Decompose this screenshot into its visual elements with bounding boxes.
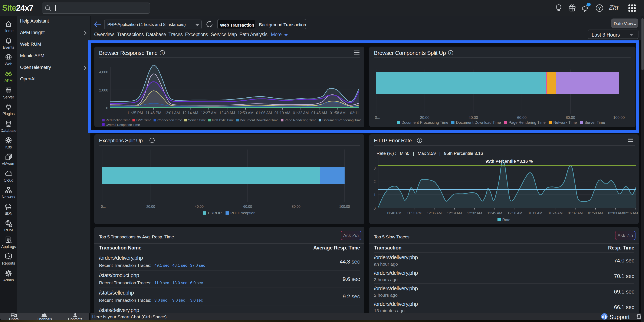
svg-text:12:53 AM: 12:53 AM xyxy=(238,111,254,115)
svg-text:01:06 AM: 01:06 AM xyxy=(256,111,272,115)
svg-text:01:50 AM: 01:50 AM xyxy=(588,211,603,215)
svg-text:60.00: 60.00 xyxy=(243,205,252,208)
svg-text:02:11 ..: 02:11 .. xyxy=(350,111,362,115)
svg-text:12:27 AM: 12:27 AM xyxy=(201,111,216,115)
svg-text:4,000: 4,000 xyxy=(99,70,108,74)
svg-text:100.00: 100.00 xyxy=(613,116,625,120)
svg-text:12:19 AM: 12:19 AM xyxy=(447,211,462,215)
svg-text:11:48 PM: 11:48 PM xyxy=(146,111,162,115)
svg-text:01:32 AM: 01:32 AM xyxy=(293,111,309,115)
svg-text:95th Percentile =3.16 %: 95th Percentile =3.16 % xyxy=(486,159,533,163)
svg-text:3: 3 xyxy=(374,166,376,170)
svg-text:80.00: 80.00 xyxy=(292,205,300,208)
svg-text:01:19 AM: 01:19 AM xyxy=(274,111,290,115)
svg-text:80.00: 80.00 xyxy=(566,116,575,120)
svg-text:1: 1 xyxy=(374,193,376,197)
svg-text:12:45 AM: 12:45 AM xyxy=(487,211,502,215)
svg-text:100.00: 100.00 xyxy=(339,205,350,208)
svg-text:11:53 PM: 11:53 PM xyxy=(407,211,422,215)
svg-text:11:35 PM: 11:35 PM xyxy=(127,111,143,115)
svg-text:12:01 AM: 12:01 AM xyxy=(164,111,180,115)
svg-text:01:11 AM: 01:11 AM xyxy=(528,211,542,215)
svg-text:12:58 AM: 12:58 AM xyxy=(508,211,522,215)
svg-text:?: ? xyxy=(598,5,601,11)
svg-text:0...: 0... xyxy=(375,116,380,120)
svg-text:01:24 AM: 01:24 AM xyxy=(548,211,563,215)
svg-text:12:14 AM: 12:14 AM xyxy=(182,111,198,115)
svg-text:2,000: 2,000 xyxy=(99,88,108,92)
svg-text:01:45 AM: 01:45 AM xyxy=(311,111,327,115)
svg-text:12:06 AM: 12:06 AM xyxy=(427,211,442,215)
svg-text:20.00: 20.00 xyxy=(146,205,155,208)
svg-text:0...: 0... xyxy=(101,205,106,208)
svg-text:0: 0 xyxy=(374,206,376,211)
svg-text:60.00: 60.00 xyxy=(517,116,527,120)
svg-text:12:40 AM: 12:40 AM xyxy=(219,111,235,115)
svg-text:40.00: 40.00 xyxy=(469,116,478,120)
svg-text:40.00: 40.00 xyxy=(195,205,204,208)
svg-text:0: 0 xyxy=(106,106,108,110)
svg-text:02:16 AM: 02:16 AM xyxy=(623,211,638,215)
svg-text:02:03 AM: 02:03 AM xyxy=(608,211,623,215)
svg-text:11:40 PM: 11:40 PM xyxy=(386,211,401,215)
svg-text:01:37 AM: 01:37 AM xyxy=(568,211,583,215)
svg-text:20.00: 20.00 xyxy=(420,116,430,120)
svg-text:12:32 AM: 12:32 AM xyxy=(467,211,482,215)
svg-text:01:58 AM: 01:58 AM xyxy=(330,111,346,115)
svg-text:2: 2 xyxy=(374,179,376,184)
